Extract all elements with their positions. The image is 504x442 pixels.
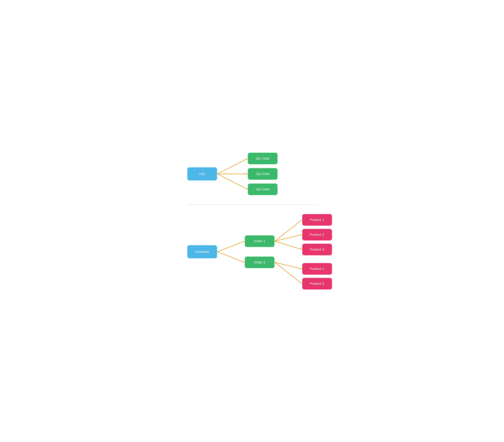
product3-order1-node: Product 3 [302,244,332,256]
order1-label: Order 1 [254,239,265,243]
customer-node-wrapper: Customer [187,245,217,259]
svg-marker-5 [246,188,248,189]
svg-line-38 [275,262,301,283]
svg-line-18 [275,235,301,241]
top-section: City Zip Code Zip Code Zip Code [187,149,317,201]
zip-code-node-3: Zip Code [248,183,278,195]
svg-marker-15 [243,261,245,262]
svg-marker-1 [246,159,248,160]
customer-node: Customer [187,245,217,259]
svg-line-28 [217,252,243,262]
svg-marker-25 [300,282,302,283]
svg-marker-39 [300,282,302,283]
svg-marker-17 [300,220,302,221]
svg-marker-29 [243,261,245,262]
svg-line-12 [217,242,243,252]
svg-marker-3 [246,173,248,175]
product2-order1-label: Product 2 [310,233,324,237]
zip-codes-col: Zip Code Zip Code Zip Code [248,152,278,195]
orders-col: Order 1 Order 2 [245,235,275,268]
product1-order2-node: Product 1 [302,263,332,275]
order2-node: Order 2 [245,256,275,268]
svg-line-10 [217,174,246,189]
svg-line-4 [217,174,246,189]
svg-line-32 [275,235,301,241]
city-node-wrapper: City [187,167,217,181]
svg-marker-9 [246,173,248,175]
svg-marker-21 [300,248,302,250]
zip-label-3: Zip Code [256,187,269,191]
product1-order2-label: Product 1 [310,267,324,271]
svg-line-22 [275,262,301,268]
svg-marker-31 [300,220,302,221]
zip-code-node-1: Zip Code [248,152,278,164]
svg-line-6 [217,159,246,174]
product3-order1-label: Product 3 [310,248,324,251]
order2-label: Order 2 [254,260,265,264]
svg-marker-33 [300,234,302,236]
product2-order2-label: Product 2 [310,282,324,286]
product1-order1-label: Product 1 [310,218,324,222]
product2-order1-node: Product 2 [302,229,332,241]
svg-line-30 [275,221,301,241]
svg-marker-11 [246,188,248,189]
product2-order2-node: Product 2 [302,278,332,290]
svg-line-14 [217,252,243,262]
svg-line-34 [275,241,301,249]
city-label: City [199,172,205,176]
diagram-container: City Zip Code Zip Code Zip Code Customer [184,143,320,299]
zip-label-1: Zip Code [256,157,269,160]
product1-order1-node: Product 1 [302,214,332,226]
svg-line-36 [275,262,301,268]
svg-marker-19 [300,234,302,236]
customer-label: Customer [195,250,209,254]
svg-marker-27 [243,241,245,242]
order1-node: Order 1 [245,235,275,247]
svg-line-16 [275,221,301,241]
city-node: City [187,167,217,181]
svg-marker-13 [243,241,245,242]
section-divider [187,204,317,205]
all-products-col: Product 1 Product 2 Product 3 Product 1 … [302,214,332,290]
svg-marker-7 [246,159,248,160]
svg-line-20 [275,241,301,249]
svg-line-0 [217,159,246,174]
svg-line-24 [275,262,301,283]
svg-marker-35 [300,248,302,250]
svg-marker-23 [300,268,302,269]
zip-code-node-2: Zip Code [248,168,278,180]
zip-label-2: Zip Code [256,172,269,176]
bottom-section: Customer Order 1 Order 2 Product 1 Produ… [187,211,317,293]
svg-marker-37 [300,268,302,269]
svg-line-26 [217,242,243,252]
